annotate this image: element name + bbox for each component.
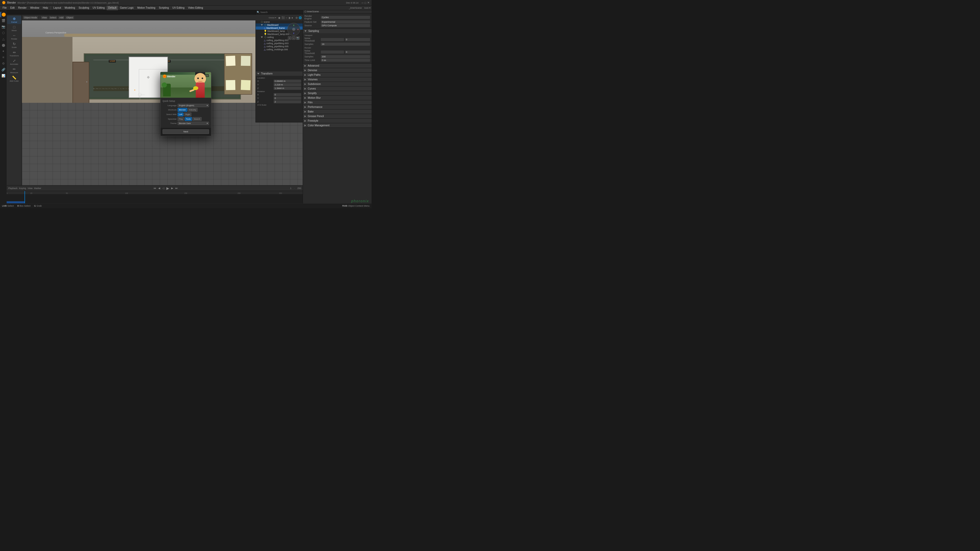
menu-help[interactable]: Help — [41, 6, 50, 10]
viewport-render[interactable]: ● — [291, 16, 293, 19]
volumes-header[interactable]: Volumes — [303, 77, 372, 82]
view-label[interactable]: View — [27, 187, 32, 189]
viewport-shading[interactable]: ⬛ — [282, 16, 285, 19]
activity-particles[interactable]: ✳ — [0, 55, 6, 60]
render-engine-value[interactable]: Cycles — [321, 16, 370, 19]
scripting-btn[interactable]: Scripting — [158, 6, 170, 10]
motion-tracking-btn[interactable]: Motion Tracking — [136, 6, 157, 10]
outliner-item-moldings[interactable]: △ ceiling_moldings.006 — [256, 48, 303, 51]
activity-data[interactable]: 📊 — [0, 73, 6, 79]
activity-physics[interactable]: ⚙ — [0, 61, 6, 66]
overlays-btn[interactable]: ⊙ — [296, 16, 298, 19]
tool-transform[interactable]: ⤢ Annotate — [7, 58, 21, 66]
uv-editing2-btn[interactable]: UV Editing — [171, 6, 186, 10]
marker-label[interactable]: Marker — [34, 187, 41, 189]
tool-measure[interactable]: 📏 Add Cube — [7, 75, 21, 83]
motion-blur-header[interactable]: Motion Blur — [303, 96, 372, 100]
camera-view-btn[interactable]: 📷 — [296, 36, 300, 40]
viewport-object-btn[interactable]: Object — [65, 16, 74, 19]
activity-blender[interactable]: 🟠 — [0, 12, 6, 17]
navigation-gizmo[interactable]: X Y Z + – 📷 — [287, 23, 300, 36]
noise-slider[interactable] — [321, 38, 344, 41]
keying-label[interactable]: Keying — [19, 187, 26, 189]
tool-rotate[interactable]: ↻ Scale — [7, 41, 21, 49]
tool-cursor[interactable]: ⊕ Cursor — [7, 16, 21, 24]
play-btn[interactable]: ▶ — [166, 186, 170, 190]
start-frame[interactable]: 1 — [290, 187, 291, 189]
samples-value[interactable]: 16 — [321, 43, 370, 46]
modeling-btn[interactable]: Modeling — [63, 6, 76, 10]
bake-header[interactable]: Bake — [303, 110, 372, 114]
sampling-header[interactable]: Sampling — [303, 29, 372, 33]
playback-label[interactable]: Playback — [8, 187, 18, 189]
minimize-btn[interactable]: ─ — [362, 1, 364, 4]
tool-move[interactable]: ↔ Rotate — [7, 33, 21, 41]
select-left-btn[interactable]: Left — [178, 113, 183, 116]
playhead[interactable] — [24, 191, 25, 203]
language-select[interactable]: English (English) ▾ — [178, 104, 209, 107]
default-tab[interactable]: Default — [107, 6, 118, 10]
loc-z-value[interactable]: 1.3444 m — [274, 87, 301, 90]
uv-editing-btn[interactable]: UV Editing — [91, 6, 106, 10]
gizmos-btn[interactable]: 🌐 — [299, 16, 302, 19]
spacebar-search-btn[interactable]: Search — [192, 117, 201, 121]
viewport-select-btn[interactable]: Select — [49, 16, 57, 19]
layout-btn[interactable]: Layout — [52, 6, 62, 10]
tool-annotate[interactable]: ✏ Measure — [7, 66, 21, 75]
end-frame[interactable]: 250 — [298, 187, 301, 189]
menu-window[interactable]: Window — [29, 6, 41, 10]
outliner-search-input[interactable] — [260, 11, 302, 14]
shortcuts-industry-btn[interactable]: Industry — [188, 108, 197, 112]
viewport-mode-btn[interactable]: Object Mode — [23, 16, 38, 19]
step-back-btn[interactable]: ◀ — [158, 187, 161, 189]
viewport-solid[interactable]: ○ — [286, 16, 287, 19]
color-mgmt-header[interactable]: Color Management — [303, 123, 372, 127]
viewport-view-btn[interactable]: View — [41, 16, 48, 19]
menu-render[interactable]: Render — [17, 6, 28, 10]
light-paths-header[interactable]: Light Paths — [303, 73, 372, 77]
tool-scale[interactable]: ⇔ Transform — [7, 49, 21, 58]
outliner-item-pipe3[interactable]: △ ceiling_pipefitting.005 — [256, 45, 303, 48]
activity-texture[interactable]: ✦ — [0, 48, 6, 54]
play-back-btn[interactable]: ◁ — [162, 187, 165, 189]
step-forward-btn[interactable]: ▶ — [171, 187, 174, 189]
advanced-header[interactable]: Advanced — [303, 64, 372, 68]
performance-header[interactable]: Performance — [303, 105, 372, 109]
spacebar-play-btn[interactable]: Play — [178, 117, 184, 121]
shortcuts-blender-btn[interactable]: Blender — [178, 108, 187, 112]
shading-btn[interactable]: ◉ — [278, 16, 280, 19]
jump-start-btn[interactable]: ⏮ — [153, 187, 157, 189]
render-noise-slider[interactable] — [321, 51, 344, 54]
zoom-out-btn[interactable]: – — [292, 36, 296, 40]
rot-y-value[interactable]: 0 — [274, 97, 301, 100]
curves-header[interactable]: Curves — [303, 86, 372, 91]
close-btn[interactable]: ✕ — [367, 1, 369, 4]
video-editing-btn[interactable]: Video Editing — [186, 6, 205, 10]
time-limit-value[interactable]: 0 ss — [321, 59, 370, 62]
film-header[interactable]: Film — [303, 100, 372, 105]
transform-header[interactable]: Transform — [256, 71, 303, 76]
splash-next-button[interactable]: Next — [162, 129, 209, 134]
freestyle-header[interactable]: Freestyle — [303, 119, 372, 123]
game-logic-btn[interactable]: Game Logic — [118, 6, 135, 10]
rot-z-value[interactable]: 2 — [274, 100, 301, 103]
maximize-btn[interactable]: □ — [364, 1, 366, 4]
viewport-add-btn[interactable]: Add — [58, 16, 64, 19]
activity-mesh[interactable]: △ — [0, 36, 6, 42]
subdivision-header[interactable]: Subdivision — [303, 82, 372, 86]
viewport-material[interactable]: ◑ — [288, 16, 290, 19]
activity-material[interactable]: ⬤ — [0, 42, 6, 48]
activity-scene[interactable]: 🎬 — [0, 18, 6, 24]
render-samples-value[interactable]: 200 — [321, 55, 370, 58]
activity-constraints[interactable]: 🔗 — [0, 67, 6, 73]
outliner-item-pipe2[interactable]: △ ceiling_pipefitting.003 — [256, 42, 303, 45]
grease-pencil-header[interactable]: Grease Pencil — [303, 114, 372, 118]
tool-select-box[interactable]: □ Move — [7, 24, 21, 32]
select-right-btn[interactable]: Right — [184, 113, 191, 116]
theme-select[interactable]: Blender Dark ▾ — [178, 122, 209, 125]
splash-close-btn[interactable]: × — [208, 73, 210, 76]
loc-y-value[interactable]: 2.219 m — [274, 83, 301, 86]
feature-set-value[interactable]: Experimental — [321, 21, 370, 24]
menu-file[interactable]: File — [1, 6, 8, 10]
device-value[interactable]: GPU Compute — [321, 24, 370, 27]
